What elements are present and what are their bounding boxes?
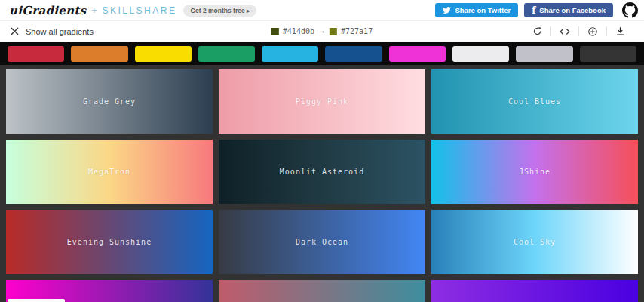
from-hex-value: #414d0b bbox=[283, 27, 314, 35]
palette-swatch[interactable] bbox=[516, 46, 572, 62]
partial-popup bbox=[8, 299, 65, 302]
palette-swatch[interactable] bbox=[262, 46, 318, 62]
rotate-gradient-button[interactable] bbox=[524, 26, 550, 36]
gradient-card[interactable]: Evening Sunshine bbox=[6, 210, 213, 274]
plus-separator: + bbox=[91, 5, 97, 16]
gradient-name: Piggy Pink bbox=[296, 97, 348, 106]
share-facebook-button[interactable]: f Share on Facebook bbox=[524, 3, 613, 17]
from-color-swatch bbox=[271, 28, 279, 35]
download-icon bbox=[615, 26, 625, 36]
add-gradient-button[interactable] bbox=[579, 26, 606, 37]
gradient-card[interactable]: Piggy Pink bbox=[219, 69, 425, 134]
gradient-card[interactable]: Grade Grey bbox=[6, 69, 213, 134]
gradient-card[interactable]: Cool Blues bbox=[431, 69, 638, 134]
active-gradient-colors: #414d0b → #727a17 bbox=[271, 27, 373, 35]
gradient-name: Cool Blues bbox=[508, 97, 561, 106]
gradient-name: Evening Sunshine bbox=[67, 238, 152, 246]
gradient-name: JShine bbox=[519, 168, 550, 176]
gradient-card[interactable] bbox=[431, 280, 638, 302]
palette-swatch[interactable] bbox=[71, 46, 127, 62]
palette-swatch[interactable] bbox=[452, 46, 509, 62]
download-button[interactable] bbox=[607, 26, 633, 36]
page: uiGradients + SKILLSHARE Get 2 months fr… bbox=[0, 0, 644, 302]
gradient-card[interactable]: Cool Sky bbox=[431, 210, 638, 274]
gradient-card[interactable] bbox=[219, 280, 425, 302]
palette-swatch[interactable] bbox=[198, 46, 255, 62]
share-facebook-label: Share on Facebook bbox=[539, 6, 606, 14]
toolbar: Show all gradients #414d0b → #727a17 bbox=[0, 21, 644, 42]
gradient-card[interactable]: Dark Ocean bbox=[219, 210, 425, 274]
header-left: uiGradients + SKILLSHARE Get 2 months fr… bbox=[9, 4, 256, 17]
gradient-name: Moonlit Asteroid bbox=[280, 168, 364, 176]
toolbar-actions bbox=[524, 26, 633, 37]
rotate-icon bbox=[532, 26, 542, 36]
plus-circle-icon bbox=[587, 26, 598, 37]
gradient-grid: Grade GreyPiggy PinkCool BluesMegaTronMo… bbox=[0, 65, 644, 302]
gradient-name: Dark Ocean bbox=[296, 238, 348, 246]
palette-swatch[interactable] bbox=[325, 46, 382, 62]
twitter-icon bbox=[443, 6, 451, 14]
to-hex-value: #727a17 bbox=[341, 27, 373, 35]
palette-swatch[interactable] bbox=[135, 46, 192, 62]
facebook-icon: f bbox=[532, 6, 535, 15]
github-icon bbox=[622, 2, 638, 18]
share-twitter-button[interactable]: Share on Twitter bbox=[435, 3, 518, 17]
promo-badge[interactable]: Get 2 months free ▸ bbox=[183, 5, 256, 17]
gradient-card[interactable]: MegaTron bbox=[6, 140, 213, 204]
header: uiGradients + SKILLSHARE Get 2 months fr… bbox=[0, 0, 644, 21]
gradient-name: Cool Sky bbox=[514, 238, 556, 246]
palette-swatch[interactable] bbox=[389, 46, 446, 62]
get-code-button[interactable] bbox=[551, 27, 578, 36]
header-right: Share on Twitter f Share on Facebook bbox=[435, 2, 638, 18]
github-link[interactable] bbox=[622, 2, 638, 18]
uigradients-logo[interactable]: uiGradients bbox=[9, 4, 86, 17]
gradient-card[interactable]: JShine bbox=[431, 140, 638, 204]
show-all-gradients-button[interactable]: Show all gradients bbox=[11, 27, 94, 36]
palette-swatch[interactable] bbox=[8, 46, 64, 62]
gradient-name: Grade Grey bbox=[83, 97, 136, 106]
close-icon bbox=[11, 27, 19, 35]
code-icon bbox=[560, 27, 570, 36]
arrow-right-icon: → bbox=[320, 27, 324, 35]
skillshare-link[interactable]: SKILLSHARE bbox=[102, 5, 176, 16]
palette-strip bbox=[0, 42, 644, 65]
gradient-card[interactable]: Moonlit Asteroid bbox=[219, 140, 425, 204]
palette-swatch[interactable] bbox=[580, 46, 636, 62]
show-all-gradients-label: Show all gradients bbox=[26, 27, 94, 36]
gradient-name: MegaTron bbox=[88, 168, 130, 176]
to-color-swatch bbox=[330, 28, 337, 35]
share-twitter-label: Share on Twitter bbox=[455, 6, 511, 14]
